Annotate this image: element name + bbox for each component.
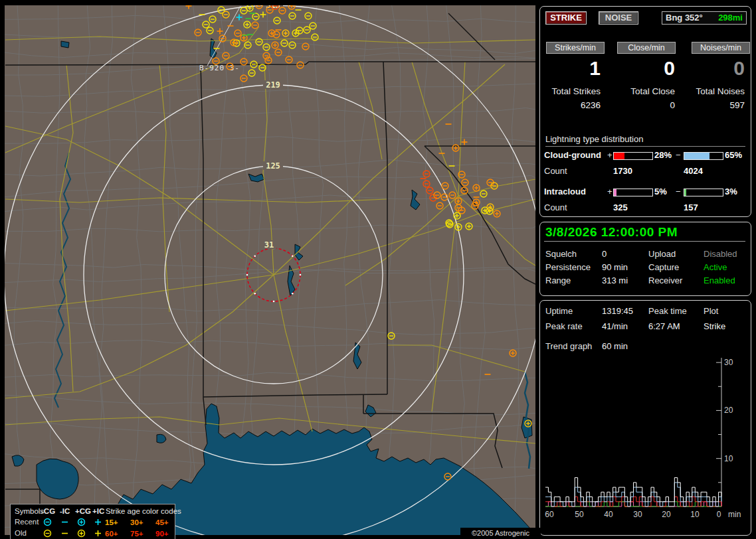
upload-label: Upload — [648, 249, 676, 259]
legend-age-code: 75+ — [130, 529, 143, 538]
cloud-ground-label: Cloud-ground — [544, 150, 601, 160]
bearing-display: Bng 352° 298mi — [662, 11, 747, 25]
ring-distance-label: 125 — [266, 161, 280, 171]
total-close-label: Total Close — [616, 86, 675, 96]
total-strikes-label: Total Strikes — [542, 86, 601, 96]
ic-negative-pct: 3% — [725, 187, 737, 196]
legend-age-code: 90+ — [155, 529, 169, 538]
legend-age-header: Strike age color codes — [106, 506, 181, 516]
ring-distance-label: 31 — [264, 240, 274, 250]
copyright-label: ©2005 Astrogenic Systems — [460, 528, 541, 539]
trend-graph: 1020306050403020100min — [540, 301, 749, 534]
map-canvas[interactable]: 31321912531B-920 3- — [5, 5, 535, 535]
strike-toggle-button[interactable]: STRIKE — [545, 11, 587, 25]
noises-per-min-chip[interactable]: Noises/min — [692, 42, 750, 54]
total-strikes-value: 6236 — [542, 100, 601, 110]
app-window: 31321912531B-920 3- Symbols Strike age c… — [0, 0, 756, 539]
cg-negative-count: 4024 — [684, 166, 703, 176]
legend-recent-symbol — [78, 519, 85, 526]
total-noises-label: Total Noises — [686, 86, 745, 96]
cg-positive-count: 1730 — [613, 166, 632, 176]
legend-type-header: -IC — [60, 506, 70, 516]
persistence-label: Persistence — [545, 262, 591, 272]
total-close-value: 0 — [616, 100, 675, 110]
trend-y-tick-label: 20 — [724, 406, 733, 415]
trend-x-tick-label: 30 — [633, 510, 642, 519]
receiver-status: Enabled — [704, 275, 735, 285]
trend-x-tick-label: 20 — [662, 510, 671, 519]
trend-x-tick-label: 60 — [545, 510, 554, 519]
squelch-label: Squelch — [545, 249, 577, 259]
cg-plus-sign: + — [607, 150, 613, 160]
legend-type-header: +CG — [75, 506, 91, 516]
strike-stats-panel: STRIKE NOISE Bng 352° 298mi Strikes/min … — [539, 6, 751, 217]
trend-x-unit: min — [728, 510, 741, 519]
legend-age-code: 15+ — [105, 518, 118, 527]
trend-x-tick-label: 40 — [604, 510, 613, 519]
distribution-title: Lightning type distribution — [545, 134, 745, 147]
upload-status: Disabled — [704, 249, 737, 259]
divider — [544, 241, 745, 242]
legend-age-code: 30+ — [130, 518, 143, 527]
trend-y-tick-label: 10 — [724, 454, 733, 463]
persistence-value: 90 min — [602, 262, 628, 272]
ring-distance-label: 219 — [266, 80, 280, 90]
trend-x-tick-label: 0 — [717, 510, 721, 519]
capture-label: Capture — [648, 262, 679, 272]
noises-per-min-value: 0 — [690, 57, 745, 80]
cg-positive-bar — [613, 152, 653, 160]
legend-row-label: Recent — [15, 517, 39, 526]
trend-panel: Uptime 1319:45 Peak time Plot Peak rate … — [539, 300, 751, 536]
cg-negative-pct: 65% — [725, 150, 742, 160]
legend-old-symbol — [95, 530, 101, 536]
legend-row-label: Old — [15, 528, 27, 538]
legend-recent-symbol — [95, 519, 101, 525]
legend-type-header: -CG — [41, 506, 55, 516]
cg-negative-bar — [684, 152, 723, 160]
bearing-distance: 298mi — [718, 12, 743, 24]
cg-positive-pct: 28% — [654, 150, 672, 160]
receiver-label: Receiver — [648, 275, 682, 285]
range-label: Range — [545, 275, 571, 285]
legend-age-code: 45+ — [155, 518, 169, 527]
trend-x-tick-label: 10 — [690, 510, 700, 519]
noise-toggle-button[interactable]: NOISE — [599, 11, 638, 25]
datetime-display: 3/8/2026 12:00:00 PM — [545, 225, 678, 240]
legend-old-symbol — [45, 530, 51, 537]
ic-plus-sign: + — [607, 187, 613, 196]
storm-cell-label: B-920 3- — [199, 64, 240, 72]
ic-positive-pct: 5% — [654, 187, 667, 196]
trend-y-tick-label: 30 — [724, 358, 733, 367]
total-noises-value: 597 — [686, 100, 745, 110]
legend-old-symbol — [78, 530, 85, 537]
ic-count-label: Count — [544, 202, 567, 212]
squelch-value: 0 — [602, 249, 607, 259]
bearing-label: Bng 352° — [666, 12, 703, 24]
cg-count-label: Count — [544, 166, 567, 176]
trend-x-tick-label: 50 — [575, 510, 584, 519]
capture-status: Active — [704, 262, 727, 272]
range-value: 313 mi — [602, 275, 628, 285]
lightning-map[interactable]: 31321912531B-920 3- Symbols Strike age c… — [5, 5, 535, 535]
strikes-per-min-value: 1 — [546, 57, 601, 80]
legend-type-header: +IC — [92, 506, 104, 516]
cg-minus-sign: − — [676, 150, 681, 160]
ic-minus-sign: − — [676, 187, 681, 196]
legend-age-code: 60+ — [105, 529, 118, 538]
legend-recent-symbol — [45, 519, 51, 526]
ic-negative-bar — [684, 189, 723, 196]
strikes-per-min-chip[interactable]: Strikes/min — [546, 42, 605, 54]
close-per-min-chip[interactable]: Close/min — [617, 42, 676, 54]
legend-symbols-header: Symbols — [15, 506, 44, 516]
intracloud-label: Intracloud — [544, 187, 586, 196]
ic-negative-count: 157 — [684, 202, 698, 212]
status-panel: 3/8/2026 12:00:00 PM Squelch 0 Upload Di… — [539, 222, 751, 296]
close-per-min-value: 0 — [620, 57, 675, 80]
ic-positive-bar — [613, 189, 653, 196]
map-legend: Symbols Strike age color codes -CG-IC+CG… — [10, 504, 175, 539]
ic-positive-count: 325 — [613, 202, 628, 212]
